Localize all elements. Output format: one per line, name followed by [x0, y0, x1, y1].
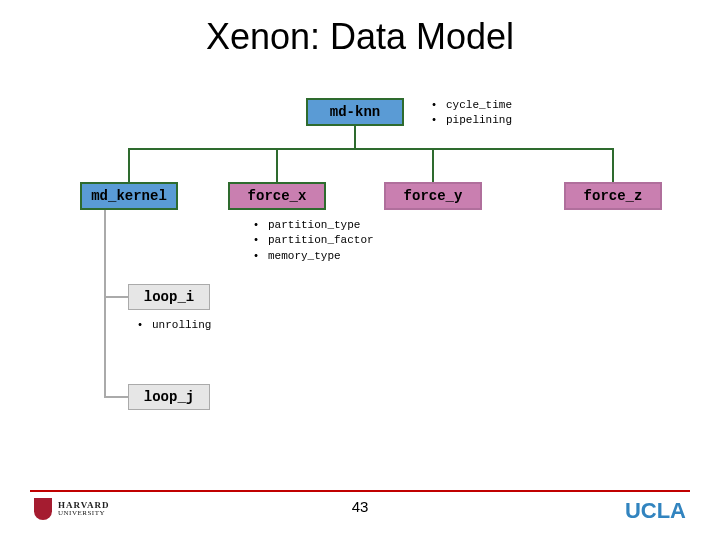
annot-memory-type: memory_type: [268, 249, 341, 264]
connector: [104, 296, 128, 298]
connector: [128, 148, 130, 182]
connector: [128, 148, 614, 150]
annotation-loop-i: •unrolling: [136, 318, 211, 333]
diagram-canvas: md-knn •cycle_time •pipelining md_kernel…: [0, 0, 720, 540]
annot-pipelining: pipelining: [446, 113, 512, 128]
node-force-y: force_y: [384, 182, 482, 210]
node-md-kernel: md_kernel: [80, 182, 178, 210]
connector: [104, 210, 106, 398]
annot-partition-type: partition_type: [268, 218, 360, 233]
annot-partition-factor: partition_factor: [268, 233, 374, 248]
node-loop-i: loop_i: [128, 284, 210, 310]
annotation-root: •cycle_time •pipelining: [430, 98, 512, 129]
annotation-force-x: •partition_type •partition_factor •memor…: [252, 218, 374, 264]
annot-cycle-time: cycle_time: [446, 98, 512, 113]
node-md-knn: md-knn: [306, 98, 404, 126]
connector: [432, 148, 434, 182]
harvard-shield-icon: [34, 498, 52, 520]
node-force-x: force_x: [228, 182, 326, 210]
connector: [612, 148, 614, 182]
logo-ucla: UCLA: [625, 498, 686, 524]
connector: [354, 126, 356, 148]
footer-divider: [30, 490, 690, 492]
node-loop-j: loop_j: [128, 384, 210, 410]
annot-unrolling: unrolling: [152, 318, 211, 333]
connector: [104, 396, 128, 398]
harvard-text-2: UNIVERSITY: [58, 510, 110, 517]
connector: [276, 148, 278, 182]
logo-harvard: HARVARD UNIVERSITY: [34, 498, 110, 520]
node-force-z: force_z: [564, 182, 662, 210]
